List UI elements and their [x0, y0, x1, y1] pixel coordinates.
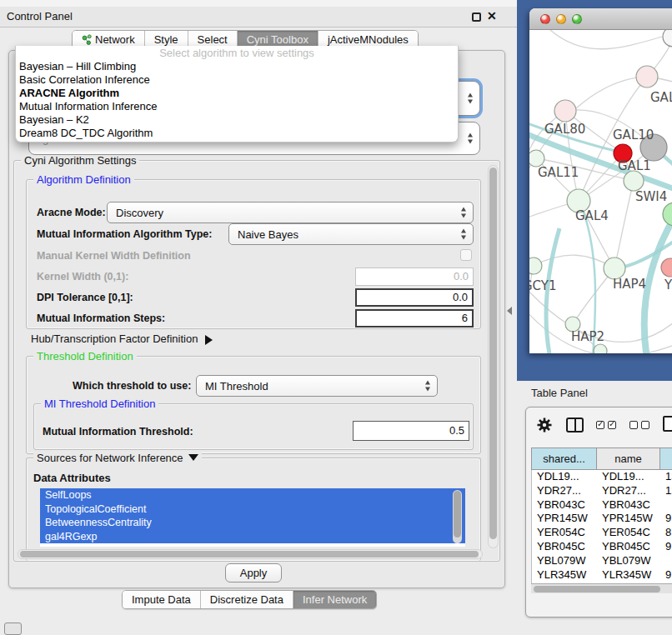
svg-text:GAL10: GAL10 — [613, 128, 654, 142]
table-cell: 12 — [660, 484, 672, 498]
table-cell: YBR043C — [597, 498, 660, 512]
manual-kernel-checkbox[interactable] — [460, 249, 472, 261]
table-cell: YBR043C — [532, 498, 597, 512]
settings-group-title: Cyni Algorithm Settings — [21, 154, 139, 167]
column-header-shared[interactable]: shared... — [532, 448, 597, 469]
attribute-item[interactable]: TopologicalCoefficient — [40, 502, 465, 517]
network-icon — [82, 34, 92, 45]
close-traffic-light[interactable] — [540, 14, 550, 24]
table-cell: YER054C — [532, 526, 597, 540]
settings-vertical-scrollbar[interactable] — [488, 165, 499, 548]
top-strip — [0, 0, 517, 7]
table-cell: YDR27... — [597, 484, 660, 498]
tab-infer-network[interactable]: Infer Network — [293, 591, 376, 608]
kernel-width-label: Kernel Width (0,1): — [37, 271, 128, 282]
aracne-mode-label: Aracne Mode: — [37, 207, 106, 218]
table-panel-title: Table Panel — [531, 387, 588, 399]
export-table-icon[interactable] — [663, 416, 672, 432]
table-cell — [660, 554, 672, 568]
svg-text:Y: Y — [664, 278, 672, 292]
table-header: shared...name — [531, 448, 672, 470]
algorithm-option-dream8-dc-tdc-algorithm[interactable]: Dream8 DC_TDC Algorithm — [16, 127, 458, 140]
threshold-definition-group: Threshold Definition Which threshold to … — [26, 356, 481, 454]
table-row[interactable]: YLR345WYLR345W9. — [532, 568, 672, 582]
app: Control Panel ✕ NetworkStyleSelectCyni T… — [0, 0, 672, 635]
show-columns-icon[interactable] — [596, 421, 616, 429]
mi-type-label: Mutual Information Algorithm Type: — [37, 228, 212, 240]
mi-steps-label: Mutual Information Steps: — [37, 312, 165, 324]
traffic-lights — [540, 14, 582, 24]
panel-collapse-arrow-icon[interactable] — [507, 307, 512, 315]
collapsed-arrow-icon — [205, 335, 213, 345]
table-row[interactable]: YBL079WYBL079W — [532, 554, 672, 568]
table-row[interactable]: YBR045CYBR045C9. — [532, 540, 672, 554]
table-cell: YLR345W — [532, 568, 597, 582]
stepper-icon — [467, 133, 474, 144]
column-header-name[interactable]: name — [597, 448, 660, 469]
cyni-algorithm-settings-group: Cyni Algorithm Settings Algorithm Defini… — [13, 160, 500, 562]
table-row[interactable]: YBR043CYBR043C — [532, 498, 672, 512]
mi-type-combobox[interactable]: Naive Bayes — [228, 223, 474, 245]
table-cell: 9. — [660, 568, 672, 582]
table-cell: YPR145W — [597, 512, 660, 526]
table-panel-window: shared...name YDL19...YDL19...13YDR27...… — [525, 407, 672, 618]
minimized-panel-button[interactable] — [4, 622, 22, 635]
algorithm-option-basic-correlation-inference[interactable]: Basic Correlation Inference — [16, 73, 458, 87]
tab-impute-data[interactable]: Impute Data — [123, 591, 201, 608]
table-horizontal-scrollbar[interactable] — [531, 583, 672, 593]
network-view[interactable]: GALGAL80GAL10GAL11GAL1SWI4GAL4GCY1HAP4YH… — [529, 30, 672, 353]
algorithm-option-bayesian-hill-climbing[interactable]: Bayesian – Hill Climbing — [16, 60, 458, 73]
svg-text:GAL11: GAL11 — [538, 165, 579, 180]
mi-threshold-definition-title: MI Threshold Definition — [41, 398, 158, 410]
dpi-tolerance-input[interactable]: 0.0 — [355, 288, 474, 307]
mi-steps-input[interactable]: 6 — [355, 309, 474, 328]
close-icon[interactable]: ✕ — [487, 9, 497, 22]
svg-text:SWI4: SWI4 — [635, 189, 667, 204]
stepper-icon — [460, 229, 468, 240]
table-cell: 9. — [660, 540, 672, 554]
gear-icon[interactable] — [536, 417, 553, 433]
hide-columns-icon[interactable] — [629, 421, 649, 429]
algorithm-option-aracne-algorithm[interactable]: ARACNE Algorithm — [16, 87, 458, 100]
settings-horizontal-scrollbar[interactable] — [18, 549, 483, 559]
algorithm-option-bayesian-k2[interactable]: Bayesian – K2 — [16, 113, 458, 127]
algorithm-option-mutual-information-inference[interactable]: Mutual Information Inference — [16, 100, 458, 113]
sources-title[interactable]: Sources for Network Inference — [33, 452, 202, 464]
kernel-width-input[interactable]: 0.0 — [355, 268, 474, 286]
float-window-icon[interactable] — [472, 12, 481, 22]
split-columns-icon[interactable] — [566, 418, 584, 432]
table-row[interactable]: YDR27...YDR27...12 — [532, 484, 672, 498]
tab-discretize-data[interactable]: Discretize Data — [201, 591, 293, 608]
stepper-icon — [460, 208, 468, 218]
attribute-item[interactable]: gal4RGexp — [40, 530, 465, 544]
attribute-item[interactable]: BetweennessCentrality — [40, 516, 465, 530]
column-header-col2[interactable] — [660, 448, 672, 469]
data-attributes-list: SelfLoopsTopologicalCoefficientBetweenne… — [40, 488, 465, 547]
which-threshold-combobox[interactable]: MI Threshold — [196, 375, 438, 397]
aracne-mode-combobox[interactable]: Discovery — [107, 202, 474, 223]
mi-threshold-label: Mutual Information Threshold: — [43, 426, 193, 438]
table-cell: YLR345W — [597, 568, 660, 582]
svg-text:GCY1: GCY1 — [529, 278, 557, 293]
apply-button[interactable]: Apply — [225, 563, 282, 582]
which-threshold-label: Which threshold to use: — [73, 380, 191, 392]
zoom-traffic-light[interactable] — [572, 14, 582, 24]
minimize-traffic-light[interactable] — [556, 14, 566, 24]
table-cell: 9. — [660, 512, 672, 526]
table-cell: YER054C — [597, 526, 660, 540]
hub-section-toggle[interactable]: Hub/Transcription Factor Definition — [31, 332, 213, 345]
algorithm-dropdown-popup: Select algorithm to view settings Bayesi… — [15, 46, 459, 142]
table-row[interactable]: YPR145WYPR145W9. — [532, 512, 672, 526]
svg-text:GAL80: GAL80 — [544, 122, 585, 137]
table-rows: YDL19...YDL19...13YDR27...YDR27...12YBR0… — [531, 470, 672, 587]
data-attributes-label: Data Attributes — [33, 472, 111, 484]
threshold-definition-title: Threshold Definition — [33, 350, 137, 362]
table-row[interactable]: YDL19...YDL19...13 — [532, 470, 672, 484]
list-scrollbar[interactable] — [453, 490, 462, 543]
network-window-titlebar[interactable] — [529, 8, 672, 30]
mi-threshold-input[interactable]: 0.5 — [353, 421, 469, 441]
attribute-item[interactable]: SelfLoops — [40, 488, 465, 502]
bottom-tab-bar: Impute DataDiscretize DataInfer Network — [122, 590, 377, 609]
svg-text:GAL: GAL — [650, 90, 672, 105]
table-row[interactable]: YER054CYER054C8. — [532, 526, 672, 540]
